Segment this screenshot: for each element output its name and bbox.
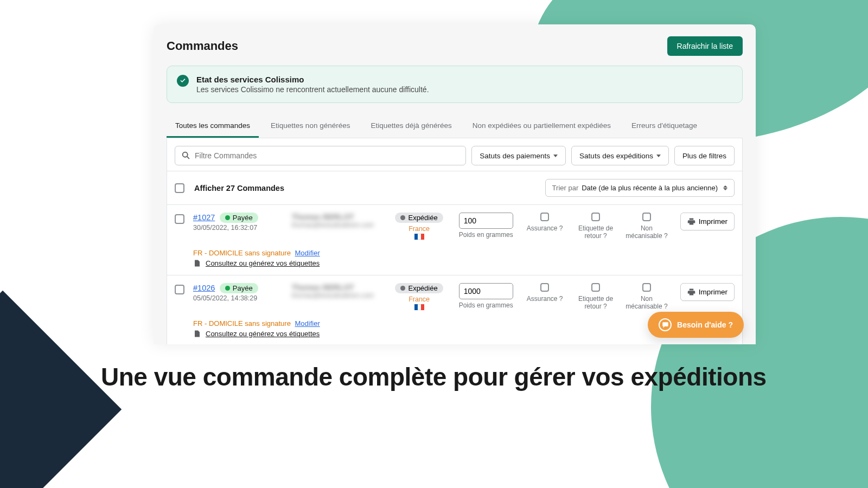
insurance-checkbox[interactable] bbox=[540, 283, 549, 292]
page-header: Commandes Rafraichir la liste bbox=[167, 36, 743, 56]
country-label: France bbox=[390, 225, 448, 233]
page-title: Commandes bbox=[167, 39, 238, 53]
payment-status-badge: Payée bbox=[220, 213, 258, 223]
filter-payment-status[interactable]: Satuts des paiements bbox=[471, 146, 566, 165]
refresh-button[interactable]: Rafraichir la liste bbox=[667, 36, 743, 56]
tabs: Toutes les commandes Etiquettes non géné… bbox=[167, 115, 743, 138]
sort-label: Trier par bbox=[552, 184, 579, 192]
customer-info: Thomas BERLOT thomas@lestudiodelom.com bbox=[292, 283, 382, 299]
check-circle-icon bbox=[177, 75, 189, 87]
shipping-status-badge: Expédiée bbox=[395, 213, 443, 223]
weight-input[interactable] bbox=[459, 213, 513, 229]
help-button[interactable]: Besoin d'aide ? bbox=[648, 312, 744, 338]
order-id-link[interactable]: #1027 bbox=[193, 213, 215, 222]
banner-body: Les services Colissimo ne rencontrent ac… bbox=[196, 85, 429, 94]
delivery-mode: FR - DOMICILE sans signature bbox=[193, 319, 291, 328]
delivery-mode: FR - DOMICILE sans signature bbox=[193, 249, 291, 257]
order-id-link[interactable]: #1026 bbox=[193, 284, 215, 292]
chevron-down-icon bbox=[553, 155, 558, 157]
status-dot-icon bbox=[400, 286, 405, 291]
chevron-down-icon bbox=[656, 155, 661, 157]
labels-link[interactable]: Consultez ou générez vos étiquettes bbox=[193, 259, 735, 267]
filter-label: Plus de filtres bbox=[682, 152, 726, 160]
shipping-status-badge: Expédiée bbox=[395, 283, 443, 293]
tab-all-orders[interactable]: Toutes les commandes bbox=[167, 115, 259, 138]
tab-not-shipped[interactable]: Non expédiées ou partiellement expédiées bbox=[464, 115, 620, 138]
flag-fr-icon bbox=[390, 304, 448, 312]
filter-label: Satuts des paiements bbox=[480, 152, 550, 160]
modify-link[interactable]: Modifier bbox=[295, 319, 320, 328]
non-mecanisable-checkbox[interactable] bbox=[642, 283, 651, 292]
order-date: 05/05/2022, 14:38:29 bbox=[193, 294, 283, 302]
document-icon bbox=[193, 259, 201, 267]
print-button[interactable]: Imprimer bbox=[680, 283, 735, 301]
status-dot-icon bbox=[225, 215, 230, 220]
non-mecanisable-checkbox[interactable] bbox=[642, 213, 651, 221]
weight-input[interactable] bbox=[459, 283, 513, 299]
status-banner: Etat des services Colissimo Les services… bbox=[167, 66, 743, 103]
sort-icon bbox=[723, 185, 727, 190]
result-count: Afficher 27 Commandes bbox=[194, 184, 545, 192]
document-icon bbox=[193, 330, 201, 338]
search-icon bbox=[181, 151, 191, 160]
filters-row: Satuts des paiements Satuts des expéditi… bbox=[167, 138, 743, 171]
order-row: #1027 Payée 30/05/2022, 16:32:07 Thomas … bbox=[167, 205, 743, 275]
order-date: 30/05/2022, 16:32:07 bbox=[193, 224, 283, 232]
row-checkbox[interactable] bbox=[175, 285, 184, 294]
weight-label: Poids en grammes bbox=[457, 301, 515, 309]
insurance-checkbox[interactable] bbox=[540, 213, 549, 221]
country-label: France bbox=[390, 296, 448, 303]
return-label-checkbox[interactable] bbox=[591, 283, 600, 292]
status-dot-icon bbox=[225, 286, 230, 291]
status-dot-icon bbox=[400, 215, 405, 220]
app-window: Commandes Rafraichir la liste Etat des s… bbox=[154, 24, 756, 344]
printer-icon bbox=[687, 217, 695, 226]
tab-labels-not-generated[interactable]: Etiquettes non générées bbox=[262, 115, 359, 138]
modify-link[interactable]: Modifier bbox=[295, 249, 320, 257]
customer-info: Thomas BERLOT thomas@lestudiodelom.com bbox=[292, 213, 382, 229]
print-button[interactable]: Imprimer bbox=[680, 213, 735, 230]
weight-label: Poids en grammes bbox=[457, 231, 515, 239]
list-header: Afficher 27 Commandes Trier par Date (de… bbox=[167, 171, 743, 205]
flag-fr-icon bbox=[390, 234, 448, 241]
chat-icon bbox=[659, 318, 672, 331]
search-input[interactable] bbox=[175, 146, 466, 165]
banner-title: Etat des services Colissimo bbox=[196, 75, 429, 84]
more-filters-button[interactable]: Plus de filtres bbox=[674, 146, 735, 165]
printer-icon bbox=[687, 288, 695, 296]
tab-labels-generated[interactable]: Etiquettes déjà générées bbox=[362, 115, 460, 138]
sort-value: Date (de la plus récente à la plus ancie… bbox=[582, 184, 718, 192]
return-label-checkbox[interactable] bbox=[591, 213, 600, 221]
select-all-checkbox[interactable] bbox=[175, 183, 184, 193]
row-checkbox[interactable] bbox=[175, 214, 184, 224]
sort-dropdown[interactable]: Trier par Date (de la plus récente à la … bbox=[545, 179, 735, 197]
filter-label: Satuts des expéditions bbox=[579, 152, 653, 160]
marketing-headline: Une vue commande complète pour gérer vos… bbox=[101, 362, 767, 391]
tab-label-errors[interactable]: Erreurs d'étiquetage bbox=[623, 115, 706, 138]
filter-shipping-status[interactable]: Satuts des expéditions bbox=[571, 146, 669, 165]
payment-status-badge: Payée bbox=[220, 283, 258, 293]
